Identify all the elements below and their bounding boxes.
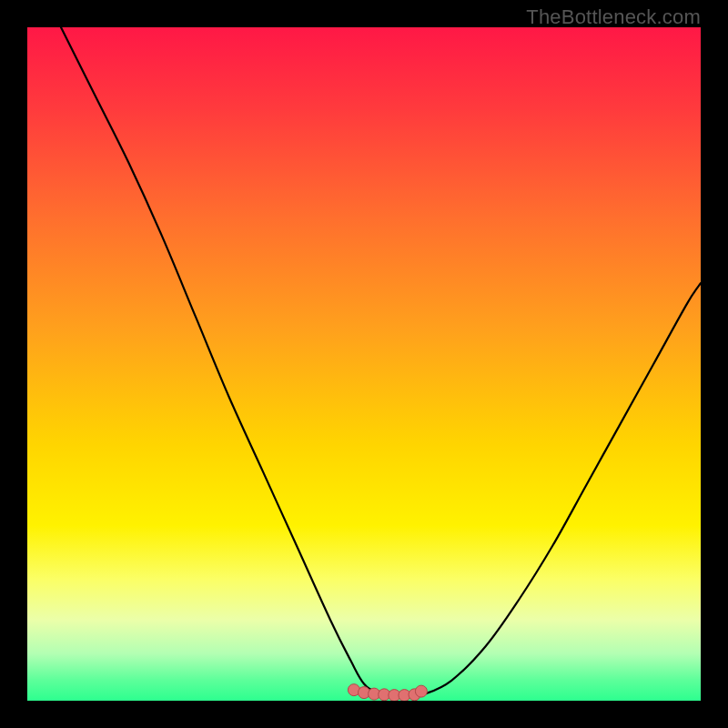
watermark-text: TheBottleneck.com [526, 5, 701, 29]
chart-frame: TheBottleneck.com [0, 0, 728, 728]
chart-svg [27, 27, 701, 701]
bottleneck-curve [61, 27, 701, 695]
plot-area [27, 27, 701, 701]
marker-dot [415, 685, 427, 697]
optimal-range-markers [348, 684, 427, 701]
